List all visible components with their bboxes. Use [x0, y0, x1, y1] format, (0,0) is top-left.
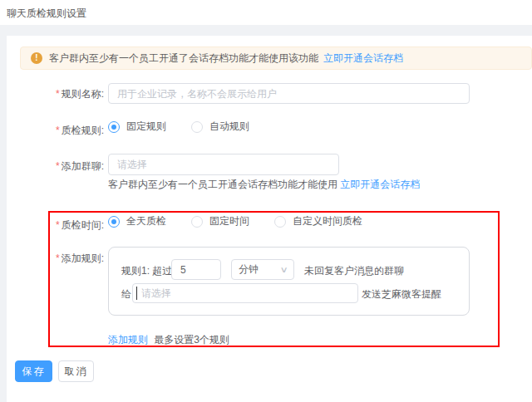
page-title: 聊天质检规则设置 — [7, 7, 86, 21]
qc-rule-radio-group: 固定规则 自动规则 — [108, 120, 274, 134]
qc-rule-label: *质检规则: — [7, 124, 104, 138]
notify-suffix-text: 发送芝麻微客提醒 — [362, 287, 441, 302]
add-rule-hint: 最多设置3个规则 — [154, 334, 229, 346]
required-asterisk: * — [56, 88, 60, 100]
rule-name-label: *规则名称: — [7, 87, 104, 101]
radio-selected-icon — [108, 216, 120, 228]
chat-qc-rule-settings-page: 聊天质检规则设置 ! 客户群内至少有一个员工开通了会话存档功能才能使用该功能 立… — [0, 0, 532, 402]
open-session-archive-link[interactable]: 立即开通会话存档 — [323, 51, 403, 66]
radio-unselected-icon — [191, 216, 203, 228]
notify-prefix-text: 给 — [121, 287, 131, 302]
rule-suffix-text: 未回复客户消息的群聊 — [304, 264, 404, 278]
add-rule-row: 添加规则 最多设置3个规则 — [108, 333, 229, 347]
settings-card: ! 客户群内至少有一个员工开通了会话存档功能才能使用该功能 立即开通会话存档 *… — [7, 36, 532, 402]
archive-helper-text: 客户群内至少有一个员工开通会话存档功能才能使用 — [108, 179, 337, 190]
radio-custom-time-inspection[interactable]: 自定义时间质检 — [274, 214, 362, 228]
required-asterisk: * — [56, 219, 60, 231]
background-gap — [0, 25, 532, 36]
open-session-archive-link-2[interactable]: 立即开通会话存档 — [340, 179, 420, 190]
required-asterisk: * — [56, 125, 60, 136]
required-asterisk: * — [56, 252, 60, 264]
archive-helper-row: 客户群内至少有一个员工开通会话存档功能才能使用 立即开通会话存档 — [108, 178, 420, 192]
threshold-minutes-input[interactable] — [171, 259, 221, 280]
unit-select-value: 分钟 — [239, 262, 259, 277]
qc-time-label: *质检时间: — [7, 218, 104, 233]
required-asterisk: * — [56, 160, 60, 172]
radio-fixed-rule[interactable]: 固定规则 — [108, 120, 166, 134]
text-cursor — [136, 287, 137, 300]
background-left-margin — [0, 36, 7, 402]
banner-text: 客户群内至少有一个员工开通了会话存档功能才能使用该功能 — [49, 51, 318, 66]
radio-unselected-icon — [191, 121, 203, 133]
page-header: 聊天质检规则设置 — [0, 0, 532, 25]
archive-notice-banner: ! 客户群内至少有一个员工开通了会话存档功能才能使用该功能 立即开通会话存档 — [20, 47, 532, 70]
cancel-button[interactable]: 取消 — [58, 360, 94, 382]
warning-icon: ! — [31, 52, 42, 64]
add-rule-label: *添加规则: — [7, 252, 104, 266]
chevron-down-icon: ∨ — [279, 265, 288, 274]
add-group-label: *添加群聊: — [7, 159, 104, 174]
rule-name-input[interactable] — [108, 83, 470, 104]
notify-target-select-input[interactable] — [132, 283, 358, 303]
radio-auto-rule[interactable]: 自动规则 — [191, 120, 249, 134]
unit-select[interactable]: 分钟 ∨ — [231, 259, 294, 280]
rule-config-box: 规则1: 超过 分钟 ∨ 未回复客户消息的群聊 给 发送芝麻微客提醒 — [108, 247, 470, 316]
add-rule-link[interactable]: 添加规则 — [108, 334, 148, 346]
radio-all-day-inspection[interactable]: 全天质检 — [108, 214, 166, 228]
rule-prefix-text: 规则1: 超过 — [121, 264, 172, 278]
radio-fixed-time[interactable]: 固定时间 — [191, 214, 249, 228]
radio-selected-icon — [108, 121, 120, 133]
add-group-select-input[interactable] — [108, 154, 339, 175]
qc-time-radio-group: 全天质检 固定时间 自定义时间质检 — [108, 214, 387, 228]
save-button[interactable]: 保存 — [15, 360, 52, 382]
radio-unselected-icon — [274, 216, 286, 228]
